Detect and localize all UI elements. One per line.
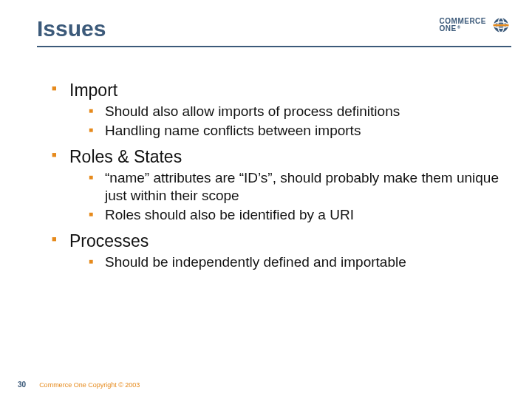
list-item: Import Should also allow imports of proc… xyxy=(52,80,502,139)
footer: 30 Commerce One Copyright © 2003 xyxy=(18,381,140,389)
sub-bullet-text: Should be independently defined and impo… xyxy=(105,253,502,271)
logo-reg: ® xyxy=(457,25,461,30)
sub-bullet-text: “name” attributes are “ID’s”, should pro… xyxy=(105,169,502,205)
sub-bullet-text: Should also allow imports of process def… xyxy=(105,103,502,120)
list-item: Processes Should be independently define… xyxy=(52,231,502,271)
bullet-label: Import xyxy=(69,80,502,101)
bullet-label: Roles & States xyxy=(69,146,502,168)
list-item: Roles should also be identified by a URI xyxy=(89,206,502,224)
list-item: “name” attributes are “ID’s”, should pro… xyxy=(89,169,502,205)
list-item: Roles & States “name” attributes are “ID… xyxy=(52,146,502,223)
globe-icon xyxy=(491,15,511,35)
sub-bullet-text: Handling name conflicts between imports xyxy=(105,122,502,140)
list-item: Handling name conflicts between imports xyxy=(89,122,502,140)
bullet-label: Processes xyxy=(69,231,502,252)
title-underline xyxy=(37,46,511,47)
list-item: Should be independently defined and impo… xyxy=(89,253,502,271)
svg-rect-4 xyxy=(494,24,509,26)
company-logo: COMMERCE ONE ® xyxy=(440,15,511,35)
list-item: Should also allow imports of process def… xyxy=(89,103,502,120)
sub-bullet-text: Roles should also be identified by a URI xyxy=(105,206,502,224)
company-logo-text: COMMERCE ONE ® xyxy=(440,18,486,33)
page-number: 30 xyxy=(18,381,26,389)
page-title: Issues xyxy=(37,16,106,41)
body-content: Import Should also allow imports of proc… xyxy=(52,80,502,279)
copyright-text: Commerce One Copyright © 2003 xyxy=(39,381,140,389)
slide: COMMERCE ONE ® Issues Import Should also… xyxy=(0,0,532,399)
logo-line2: ONE xyxy=(440,25,457,33)
